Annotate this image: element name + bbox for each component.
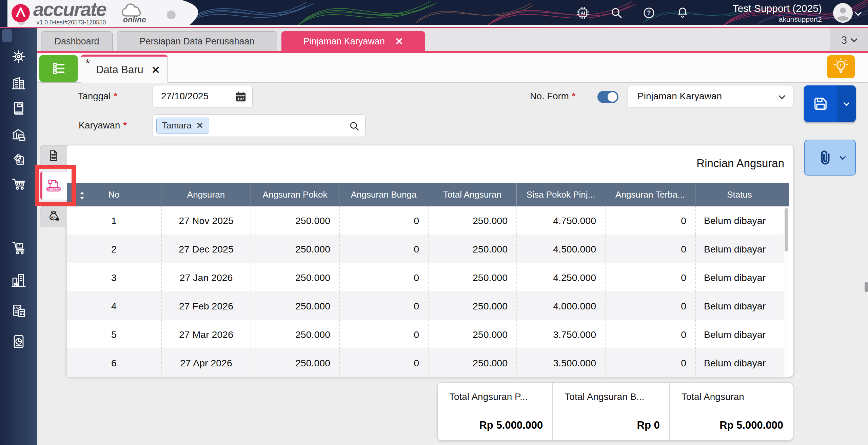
table-cell: 0 — [339, 320, 428, 349]
table-row[interactable]: 627 Apr 2026250.0000250.0003.500.0000Bel… — [67, 349, 784, 377]
panel-title: Rincian Angsuran — [696, 157, 784, 170]
total-value: Rp 5.000.000 — [719, 419, 783, 431]
company-icon[interactable] — [10, 74, 27, 92]
notifications-icon[interactable] — [675, 6, 690, 20]
side-tab-pembayaran[interactable]: RP — [40, 206, 67, 227]
svg-text:Rp: Rp — [18, 160, 23, 164]
total-angsuran-bunga: Total Angsuran B... Rp 0 — [552, 383, 669, 440]
required-marker: * — [572, 91, 576, 101]
tax-icon[interactable]: TAX — [10, 302, 27, 320]
tab-close-icon[interactable]: ✕ — [395, 37, 403, 46]
money-bag-icon: RP — [46, 209, 61, 224]
search-icon[interactable] — [348, 120, 360, 132]
table-cell: 250.000 — [251, 292, 339, 320]
brand-online-label: online — [123, 15, 146, 24]
informasi-document-icon: i INFORMASI — [44, 178, 63, 193]
sidebar-scroll-nub[interactable] — [2, 29, 12, 42]
total-angsuran: Total Angsuran Rp 5.000.000 — [669, 383, 793, 440]
total-label: Total Angsuran P... — [449, 391, 528, 402]
column-header[interactable]: Angsuran Pokok — [251, 183, 339, 206]
karyawan-chip[interactable]: Tamara ✕ — [156, 118, 209, 134]
karyawan-input[interactable]: Tamara ✕ — [153, 114, 366, 137]
table-row[interactable]: 527 Mar 2026250.0000250.0003.750.0000Bel… — [67, 320, 784, 349]
table-row[interactable]: 227 Dec 2025250.0000250.0004.500.0000Bel… — [67, 235, 784, 263]
table-cell: 27 Mar 2026 — [161, 320, 251, 349]
no-form-toggle[interactable] — [597, 91, 618, 103]
avatar[interactable] — [833, 3, 853, 23]
inventory-trolley-icon[interactable] — [10, 239, 27, 257]
table-cell: Belum dibayar — [695, 349, 784, 377]
table-cell: 250.000 — [428, 320, 516, 349]
table-row[interactable]: 327 Jan 2026250.0000250.0004.250.0000Bel… — [67, 263, 784, 292]
table-cell: 250.000 — [428, 235, 516, 263]
calendar-icon[interactable] — [235, 90, 247, 103]
svg-text:?: ? — [647, 9, 651, 16]
svg-text:TAX: TAX — [14, 306, 21, 309]
table-cell: 0 — [605, 320, 695, 349]
table-cell: 4.750.000 — [516, 206, 605, 235]
table-cell: 5 — [67, 320, 161, 349]
column-header[interactable]: Status — [695, 183, 784, 206]
sales-rp-tag-icon[interactable]: Rp — [10, 150, 27, 168]
table-cell: 27 Apr 2026 — [161, 349, 251, 377]
total-label: Total Angsuran B... — [565, 391, 644, 402]
table-cell: 250.000 — [428, 206, 516, 235]
ai-icon[interactable]: AI — [576, 6, 590, 20]
table-cell: Belum dibayar — [695, 320, 784, 349]
table-cell: Belum dibayar — [695, 235, 784, 263]
chip-close-icon[interactable]: ✕ — [196, 121, 203, 130]
tab-persiapan-data-perusahaan[interactable]: Persiapan Data Perusahaan — [117, 31, 277, 52]
toggle-knob — [608, 92, 617, 102]
side-tab-detail[interactable] — [40, 145, 67, 166]
no-form-select[interactable]: Pinjaman Karyawan — [628, 85, 793, 107]
table-cell: 0 — [605, 292, 695, 320]
user-block[interactable]: Test Support (2025) akunsupport2 — [705, 2, 822, 24]
table-cell: 6 — [67, 349, 161, 377]
attachment-button[interactable] — [804, 140, 856, 176]
table-cell: 250.000 — [428, 349, 516, 377]
settings-icon[interactable] — [10, 48, 27, 65]
sort-icon[interactable] — [78, 191, 86, 200]
record-list-button[interactable] — [39, 55, 78, 82]
tab-overflow-button[interactable]: 3 — [830, 28, 868, 53]
hint-button[interactable]: ! — [827, 55, 855, 78]
purchase-cart-icon[interactable] — [10, 175, 27, 193]
column-header[interactable]: Sisa Pokok Pinj... — [516, 183, 605, 206]
page-scrollbar-thumb[interactable] — [865, 282, 868, 292]
avatar-person-icon — [833, 3, 853, 23]
column-header[interactable]: Total Angsuran — [428, 183, 516, 206]
column-header[interactable]: Angsuran — [161, 183, 251, 206]
table-cell: 250.000 — [428, 292, 516, 320]
table-row[interactable]: 427 Feb 2026250.0000250.0004.000.0000Bel… — [67, 292, 784, 320]
fixed-assets-icon[interactable] — [10, 271, 27, 289]
tanggal-input[interactable]: 27/10/2025 — [153, 85, 253, 107]
no-form-label: No. Form* — [530, 91, 575, 102]
table-row[interactable]: 127 Nov 2025250.0000250.0004.750.0000Bel… — [67, 206, 784, 235]
table-scrollbar-thumb[interactable] — [785, 208, 788, 251]
table-cell: 27 Feb 2026 — [161, 292, 251, 320]
help-icon[interactable]: ? — [642, 6, 656, 20]
save-options-button[interactable] — [837, 85, 856, 122]
journal-book-icon[interactable] — [10, 100, 27, 117]
search-icon[interactable] — [609, 6, 624, 20]
chevron-down-icon — [851, 36, 857, 42]
column-header[interactable]: Angsuran Bunga — [339, 183, 428, 206]
save-split-button[interactable] — [804, 85, 856, 122]
subtab-close-icon[interactable]: ✕ — [152, 64, 160, 76]
table-cell: 4 — [67, 292, 161, 320]
user-account: akunsupport2 — [705, 15, 822, 24]
subtab-data-baru[interactable]: * Data Baru ✕ — [81, 55, 168, 83]
cash-bank-icon[interactable] — [10, 126, 27, 144]
accurate-logo-icon[interactable] — [11, 4, 30, 23]
save-button[interactable] — [804, 85, 837, 122]
subtab-label: Data Baru — [96, 64, 143, 76]
table-cell: 0 — [339, 349, 428, 377]
topbar-left-edge — [0, 0, 7, 27]
reports-icon[interactable] — [10, 333, 27, 350]
svg-text:AI: AI — [581, 11, 585, 16]
tab-pinjaman-karyawan[interactable]: Pinjaman Karyawan ✕ — [281, 31, 425, 52]
svg-text:INFORMASI: INFORMASI — [46, 188, 61, 190]
column-header[interactable]: Angsuran Terba... — [605, 183, 695, 206]
tab-dashboard[interactable]: Dashboard — [41, 31, 113, 52]
side-tab-informasi[interactable]: i INFORMASI — [40, 171, 67, 200]
